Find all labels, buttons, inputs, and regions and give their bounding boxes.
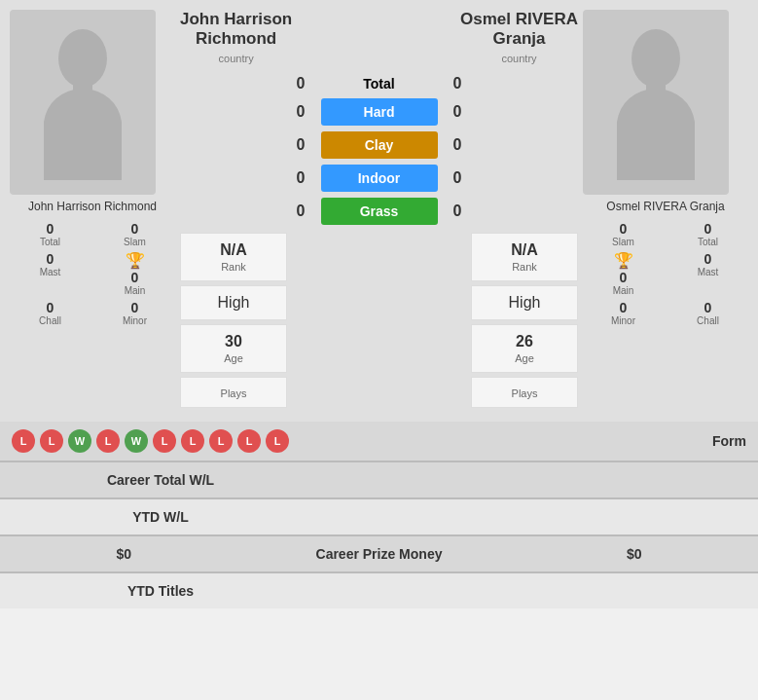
right-minor-stat: 0 Minor bbox=[583, 300, 664, 326]
right-high-box: High bbox=[471, 285, 578, 320]
hard-right-score: 0 bbox=[446, 103, 470, 121]
career-prize-left: $0 bbox=[15, 546, 234, 562]
form-badge-l: L bbox=[181, 429, 204, 453]
left-player-name: John Harrison Richmond bbox=[10, 200, 175, 213]
left-player-name-center: John Harrison Richmond country bbox=[180, 10, 292, 67]
right-plays-box: Plays bbox=[471, 377, 578, 408]
hard-surface-btn[interactable]: Hard bbox=[321, 98, 438, 126]
clay-row: 0 Clay 0 bbox=[180, 131, 578, 159]
grass-row: 0 Grass 0 bbox=[180, 198, 578, 225]
form-badge-l: L bbox=[209, 429, 233, 453]
right-trophy-icon: 🏆 bbox=[614, 251, 633, 270]
clay-left-score: 0 bbox=[289, 136, 313, 154]
right-player-card: Osmel RIVERA Granja 0 Total 0 Slam 0 Mas… bbox=[583, 10, 748, 412]
left-age-box: 30 Age bbox=[180, 324, 287, 373]
left-minor-stat: 0 Minor bbox=[94, 300, 175, 326]
form-label: Form bbox=[712, 433, 746, 449]
left-high-box: High bbox=[180, 285, 287, 320]
right-player-name: Osmel RIVERA Granja bbox=[583, 200, 748, 213]
total-left-score: 0 bbox=[289, 75, 313, 92]
right-slam-stat: 0 Slam bbox=[583, 221, 664, 247]
left-trophy-icon: 🏆 bbox=[126, 251, 145, 270]
center-area: John Harrison Richmond country Osmel RIV… bbox=[180, 10, 578, 412]
ytd-titles-row: YTD Titles bbox=[0, 571, 758, 608]
right-player-photo bbox=[583, 10, 729, 195]
ytd-wl-label: YTD W/L bbox=[15, 509, 307, 525]
form-section: LLWLWLLLLL Form bbox=[0, 422, 758, 461]
form-badges-container: LLWLWLLLLL bbox=[12, 429, 289, 453]
left-mast-stat: 0 Mast bbox=[10, 251, 90, 296]
total-row: 0 Total 0 bbox=[180, 75, 578, 92]
ytd-wl-row: YTD W/L bbox=[0, 497, 758, 534]
svg-rect-3 bbox=[646, 85, 666, 99]
left-country: country bbox=[180, 53, 292, 64]
right-chall-stat: 0 Chall bbox=[668, 300, 748, 326]
career-prize-right: $0 bbox=[525, 546, 744, 562]
total-label: Total bbox=[321, 76, 438, 92]
career-prize-label: Career Prize Money bbox=[234, 546, 525, 562]
left-player-card: John Harrison Richmond 0 Total 0 Slam 0 … bbox=[10, 10, 175, 412]
career-prize-row: $0 Career Prize Money $0 bbox=[0, 534, 758, 571]
left-chall-stat: 0 Chall bbox=[10, 300, 90, 326]
indoor-right-score: 0 bbox=[446, 169, 470, 187]
right-mid-stats: N/A Rank High 26 Age Plays bbox=[471, 233, 578, 412]
right-mast-stat: 0 Mast bbox=[668, 251, 748, 296]
right-age-box: 26 Age bbox=[471, 324, 578, 373]
main-container: John Harrison Richmond 0 Total 0 Slam 0 … bbox=[0, 0, 758, 608]
form-badge-l: L bbox=[40, 429, 63, 453]
right-trophy-main-stat: 🏆 0 Main bbox=[583, 251, 664, 296]
svg-rect-1 bbox=[73, 85, 92, 99]
career-total-wl-row: Career Total W/L bbox=[0, 461, 758, 497]
left-rank-box: N/A Rank bbox=[180, 233, 287, 281]
form-badge-l: L bbox=[12, 429, 35, 453]
left-mid-stats: N/A Rank High 30 Age Plays bbox=[180, 233, 287, 412]
grass-right-score: 0 bbox=[446, 203, 470, 220]
left-trophy-main-stat: 🏆 0 Main bbox=[94, 251, 175, 296]
form-badge-l: L bbox=[237, 429, 261, 453]
hard-left-score: 0 bbox=[289, 103, 313, 121]
right-player-stats: 0 Total 0 Slam 0 Mast 🏆 0 Main 0 bbox=[583, 221, 748, 326]
form-badge-w: W bbox=[68, 429, 91, 453]
grass-surface-btn[interactable]: Grass bbox=[321, 198, 438, 225]
right-total-stat: 0 Total bbox=[668, 221, 748, 247]
left-plays-box: Plays bbox=[180, 377, 287, 408]
left-player-photo bbox=[10, 10, 156, 195]
left-player-stats: 0 Total 0 Slam 0 Mast 🏆 0 Main 0 bbox=[10, 221, 175, 326]
grass-left-score: 0 bbox=[289, 203, 313, 220]
players-comparison: John Harrison Richmond 0 Total 0 Slam 0 … bbox=[0, 0, 758, 422]
form-badge-l: L bbox=[96, 429, 120, 453]
clay-surface-btn[interactable]: Clay bbox=[321, 131, 438, 159]
indoor-left-score: 0 bbox=[289, 169, 313, 187]
right-country: country bbox=[460, 53, 578, 64]
right-rank-box: N/A Rank bbox=[471, 233, 578, 281]
svg-point-2 bbox=[632, 29, 680, 88]
form-badge-w: W bbox=[125, 429, 148, 453]
career-total-wl-label: Career Total W/L bbox=[15, 472, 307, 488]
ytd-titles-label: YTD Titles bbox=[15, 583, 307, 599]
hard-row: 0 Hard 0 bbox=[180, 98, 578, 126]
right-player-name-center: Osmel RIVERA Granja country bbox=[460, 10, 578, 67]
svg-point-0 bbox=[58, 29, 107, 88]
mid-stat-boxes: N/A Rank High 30 Age Plays bbox=[180, 233, 578, 412]
indoor-surface-btn[interactable]: Indoor bbox=[321, 165, 438, 192]
clay-right-score: 0 bbox=[446, 136, 470, 154]
total-right-score: 0 bbox=[446, 75, 470, 92]
form-badge-l: L bbox=[153, 429, 176, 453]
indoor-row: 0 Indoor 0 bbox=[180, 165, 578, 192]
left-slam-stat: 0 Slam bbox=[94, 221, 175, 247]
form-badge-l: L bbox=[266, 429, 289, 453]
left-total-stat: 0 Total bbox=[10, 221, 90, 247]
